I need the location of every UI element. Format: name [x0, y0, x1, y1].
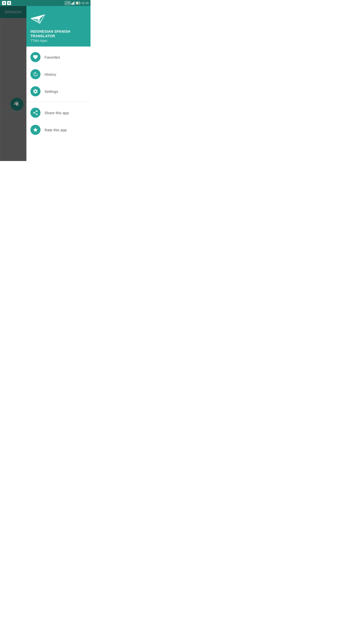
share-label: Share this app: [44, 111, 69, 115]
settings-icon-circle: [30, 86, 40, 96]
favorites-icon-circle: [30, 52, 40, 62]
svg-line-18: [35, 111, 36, 112]
menu-section-main: Favorites History: [26, 47, 90, 102]
svg-rect-5: [80, 3, 80, 4]
status-bar: N N LTE ⚡ 11:14: [0, 0, 90, 6]
battery-icon: ⚡: [76, 2, 80, 5]
main-layout: SPANISH: [0, 6, 90, 161]
svg-rect-2: [73, 2, 74, 5]
menu-item-history[interactable]: History: [26, 66, 90, 83]
svg-rect-0: [71, 3, 72, 5]
menu-item-rate[interactable]: Rate this app: [26, 121, 90, 138]
svg-line-17: [35, 113, 36, 114]
svg-point-16: [36, 114, 38, 115]
svg-point-14: [36, 110, 38, 112]
menu-item-share[interactable]: Share this app: [26, 104, 90, 121]
rate-icon-circle: [30, 125, 40, 135]
notification-n2-icon: N: [7, 1, 11, 5]
status-bar-left: N N: [2, 1, 11, 5]
history-icon-circle: [30, 69, 40, 79]
star-icon: [33, 127, 38, 133]
signal-icon: [71, 1, 75, 5]
status-bar-right: LTE ⚡ 11:14: [65, 1, 88, 5]
menu-section-secondary: Share this app Rate this app: [26, 102, 90, 140]
svg-point-15: [33, 112, 35, 114]
history-label: History: [44, 72, 56, 76]
drawer-header: INDONESIAN SPANISH TRANSLATOR TTMA Apps: [26, 6, 90, 47]
app-title: INDONESIAN SPANISH TRANSLATOR: [30, 29, 86, 38]
favorites-label: Favorites: [44, 55, 60, 59]
share-icon: [33, 110, 38, 115]
share-icon-circle: [30, 108, 40, 118]
heart-icon: [33, 54, 38, 60]
menu-item-favorites[interactable]: Favorites: [26, 49, 90, 66]
gear-icon: [33, 89, 38, 94]
rate-label: Rate this app: [44, 128, 67, 132]
notification-n1-icon: N: [2, 1, 6, 5]
menu-item-settings[interactable]: Settings: [26, 83, 90, 100]
status-time: 11:14: [81, 2, 88, 5]
app-logo-icon: [30, 11, 46, 26]
svg-text:⚡: ⚡: [77, 2, 79, 5]
svg-rect-3: [74, 1, 75, 5]
clock-icon: [33, 71, 38, 77]
settings-label: Settings: [44, 89, 58, 94]
app-subtitle: TTMA Apps: [30, 39, 86, 43]
navigation-drawer: INDONESIAN SPANISH TRANSLATOR TTMA Apps …: [26, 6, 90, 161]
svg-rect-1: [72, 3, 73, 5]
lte-icon: LTE: [65, 1, 70, 5]
drawer-menu: Favorites History: [26, 47, 90, 161]
